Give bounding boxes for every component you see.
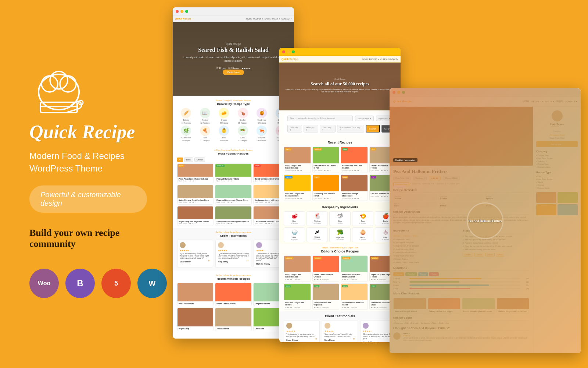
s2-testimonial-title: Client Testimonials <box>284 314 396 318</box>
browser-dot-green <box>185 10 188 13</box>
s1-cat-chicken: 🍗 Chicken 15 Recipes <box>234 108 252 124</box>
s1-hero: Quick Recipe Seared Fish & Radish Salad … <box>173 22 294 96</box>
s1-hero-button[interactable]: Order Now <box>223 70 244 75</box>
s1-testimonial-title: Client Testimonials <box>177 234 290 237</box>
s2-filter-type[interactable]: Recipe type ▾ <box>355 116 373 121</box>
s2-ingredients-title: Recipes by Ingredients <box>284 205 396 209</box>
s1-browse-title: Browse by Recipe Type <box>177 102 290 106</box>
s2-filter-prep[interactable]: Preparation Time any ▾ <box>337 125 364 132</box>
screenshot-theme-2: Quick Recipe HOME RECIPES ▾ CHEFS CONTAC… <box>279 48 401 342</box>
bootstrap-icon: B <box>65 269 95 298</box>
s2-testimonial-section: Client Testimonials ★★★★★ "I just wanted… <box>279 311 401 342</box>
filter-cheese-btn[interactable]: Cheese <box>194 158 205 162</box>
chef-hat-logo <box>29 70 88 118</box>
browser-bar-2 <box>279 48 401 56</box>
s1-testimonial-section: Get Our In-Store Recipe Recommendations … <box>173 228 294 270</box>
s1-recipe-card-2: MEDIUM Pea And Halloumi Fritters Quick R… <box>215 163 251 183</box>
s2-ingredients-grid: 🥩 Beef 12 Recipes 🐔 Chicken 18 Recipes 🦈… <box>284 211 396 226</box>
s2-filter-difficulty[interactable]: Difficulty ▾ <box>287 125 302 132</box>
s1-browse-section: Browse Through 15 Most Popular Recipes B… <box>173 96 294 145</box>
s2-ingredients-section: Recipes by Ingredients 🥩 Beef 12 Recipes… <box>279 202 401 244</box>
s2-hero: Quick Recipe Search all of our 50,000 re… <box>279 63 401 110</box>
s3-overlay-title: Pea And Halloumi Fritters <box>469 219 502 223</box>
s2-recipe-grid-1: EASY Peas, Arugula and Pancetta Salad Qu… <box>284 146 396 173</box>
s1-category-grid: 🥖 Bakery 10 Recipes 📖 Recipe 12 Recipes … <box>177 108 290 124</box>
s1-hero-sub: Lorem ipsum dolor sit amet, consectetur … <box>180 56 287 63</box>
s1-hero-title: Seared Fish & Radish Salad <box>198 47 269 53</box>
s3-recipe-hero-image: Pea And Halloumi Fritters Healthy · Vege… <box>390 107 533 166</box>
s1-recipe-grid-1: EASY Peas, Arugula and Pancetta Salad Qu… <box>177 163 290 183</box>
s3-content: Pea And Halloumi Fritters Healthy · Vege… <box>390 107 581 353</box>
s1-cat-bakery: 🥖 Bakery 10 Recipes <box>177 108 195 124</box>
s1-cat-cheese: 🧀 Cheese 8 Recipes <box>215 108 233 124</box>
left-panel: Quick Recipe Modern Food & Recipes WordP… <box>0 0 169 368</box>
brand-title: Quick Recipe <box>29 121 135 142</box>
brand-subtitle: Modern Food & Recipes WordPress Theme <box>29 150 125 174</box>
s1-recommended-section: Get Our In-Store Recipe Recommendations … <box>173 270 294 333</box>
s2-editors-grid: CHOICE Peas, Arugula and Pancetta Salad … <box>284 255 396 282</box>
s2-editors-title: Editor's Choice Recipes <box>284 250 396 253</box>
s1-testimonial-grid: ★★★★★ "I just wanted to say thank you fo… <box>177 240 290 268</box>
s2-hero-sub: Find and share everyday cooking inspirat… <box>285 88 395 93</box>
s1-popular-title: Most Popular Recipes <box>177 152 290 155</box>
s2-hero-title: Search all of our 50,000 recipes <box>311 81 369 87</box>
filter-all-btn[interactable]: All <box>177 158 183 162</box>
s1-popular-section: A Short Story About Our Most Popular Rec… <box>173 145 294 228</box>
s2-search-btn[interactable]: Search <box>366 125 380 132</box>
s2-editors-section: Recipes Recommended by Our Expert Team E… <box>279 244 401 311</box>
nav-mini-2: Quick Recipe HOME RECIPES ▾ CHEFS CONTAC… <box>279 56 401 63</box>
s2-search-box: Search recipes by ingredients dish or ke… <box>284 113 396 135</box>
tagline-box: Powerful & customizable design <box>29 185 147 213</box>
html5-icon: 5 <box>101 269 131 298</box>
tagline-text: Powerful & customizable design <box>40 191 121 207</box>
s2-filter-allergen[interactable]: Allergen ▾ <box>304 125 318 132</box>
screenshots-area: Quick Recipe HOME RECIPES ▾ CHEFS PAGES … <box>158 0 588 368</box>
screenshot-theme-3: Quick Recipe HOME RECIPES ▾ PAGES ▾ BLOG… <box>390 88 581 353</box>
community-text: Build your own recipe community <box>29 227 147 250</box>
s1-recommended-title: Recommended Recipes <box>177 277 290 280</box>
s2-recent-title: Recent Recipes <box>284 141 396 144</box>
s2-recent-section: Recent Recipes EASY Peas, Arugula and Pa… <box>279 138 401 202</box>
s1-cat-recipe: 📖 Recipe 12 Recipes <box>196 108 214 124</box>
s1-recommended-grid: Pea And Halloumi Baked Garlic Chicken Go… <box>177 283 290 306</box>
s1-recipe-card-1: EASY Peas, Arugula and Pancetta Salad Qu… <box>177 163 214 183</box>
browser-dot-red <box>176 10 179 13</box>
woocommerce-icon: Woo <box>29 269 59 298</box>
nav-mini-1: Quick Recipe HOME RECIPES ▾ CHEFS PAGES … <box>173 15 294 22</box>
s1-recipe-grid-2: Asian Chinese Pork Chicken Pizza Quick R… <box>177 185 290 205</box>
filter-bread-btn[interactable]: Bread <box>184 158 193 162</box>
s1-category-grid-2: 🌿 Gluten Free 7 Recipes 🍕 Pizza 11 Recip… <box>177 125 290 142</box>
community-underline <box>29 252 140 254</box>
s1-recipe-grid-3: Vegan Soup with vegetable low-fat Quick … <box>177 206 290 226</box>
s2-search-input[interactable]: Search recipes by ingredients dish or ke… <box>287 116 353 121</box>
browser-dot-yellow <box>180 10 183 13</box>
s1-cat-condiment: 🍯 Condiment 6 Recipes <box>253 108 271 124</box>
browser-bar-1 <box>173 7 294 15</box>
screenshot-theme-1: Quick Recipe HOME RECIPES ▾ CHEFS PAGES … <box>173 7 294 339</box>
s3-main-content: Pea And Halloumi Fritters Healthy · Vege… <box>390 107 533 353</box>
s2-filter-yield[interactable]: Yield any ▾ <box>320 125 335 132</box>
